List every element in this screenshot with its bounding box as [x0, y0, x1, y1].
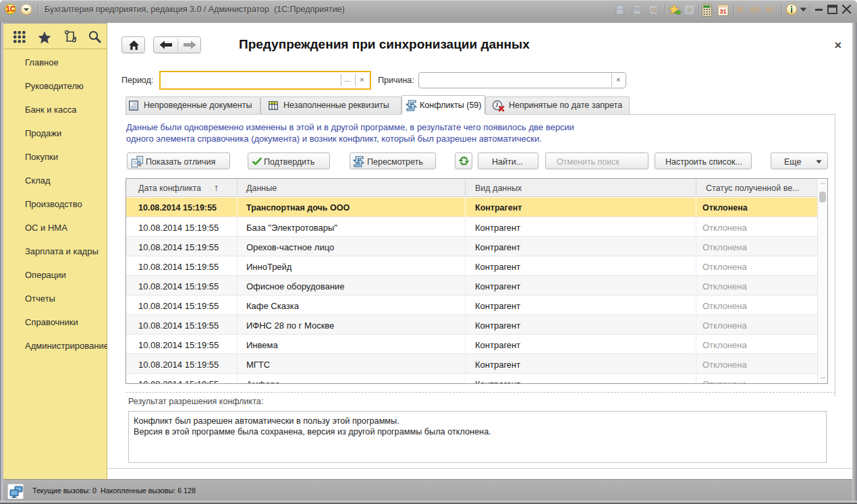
svg-text:31: 31: [719, 8, 726, 15]
svg-text:1С: 1С: [6, 5, 16, 13]
